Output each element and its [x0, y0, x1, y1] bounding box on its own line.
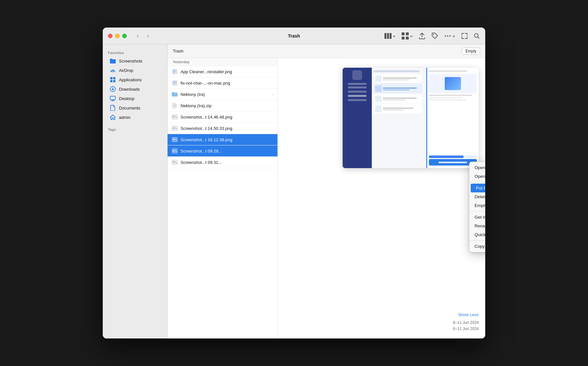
svg-rect-22 [173, 72, 175, 73]
preview-image-container [343, 68, 479, 171]
file-name: Screenshot...t 14.46.48.png [181, 115, 232, 120]
file-icon [171, 68, 178, 75]
preview-thumbnail [343, 68, 479, 168]
date-group-header: Yesterday [168, 58, 277, 66]
finder-window: ‹ › Trash [103, 28, 485, 338]
airdrop-icon [110, 67, 116, 73]
sidebar-item-screenshots[interactable]: Screenshots [105, 56, 165, 65]
desktop-icon [110, 96, 116, 101]
file-icon [171, 80, 178, 86]
file-item-app-cleaner[interactable]: App Cleaner...ninstaller.png [168, 66, 277, 77]
svg-rect-13 [110, 77, 112, 79]
content-title: Trash [173, 49, 462, 53]
forward-button[interactable]: › [144, 31, 153, 40]
admin-label: admin [119, 115, 130, 120]
file-item-nektony-ira[interactable]: Nektony (Ira) › [168, 89, 277, 100]
grid-view-icon[interactable] [402, 32, 413, 40]
svg-rect-5 [402, 37, 405, 40]
file-list: Yesterday App Cleaner...ninstaller.png [168, 58, 278, 338]
svg-point-8 [445, 35, 446, 37]
image-icon [171, 136, 178, 143]
context-menu-put-back[interactable]: Put Back [471, 184, 485, 192]
svg-rect-4 [406, 32, 409, 35]
sidebar-item-documents[interactable]: Documents [105, 103, 165, 112]
file-name: Screenshot...t 09.29... [181, 149, 222, 154]
empty-trash-button[interactable]: Empty [462, 48, 480, 55]
svg-rect-20 [173, 70, 176, 71]
sidebar-item-airdrop[interactable]: AirDrop [105, 66, 165, 75]
file-item-screenshot-1450[interactable]: Screenshot...t 14.50.33.png [168, 123, 277, 134]
context-menu-get-info[interactable]: Get Info [469, 213, 485, 222]
file-item-screenshot-1446[interactable]: Screenshot...t 14.46.48.png [168, 111, 277, 123]
file-item-fix-not-char[interactable]: fix-not-char-...-on-mac.png [168, 77, 277, 89]
svg-rect-0 [384, 33, 386, 39]
main-container: Favorites Screenshots AirDrop [103, 44, 485, 338]
sidebar-item-applications[interactable]: Applications [105, 75, 165, 84]
file-item-screenshot-0929[interactable]: Screenshot...t 09.29... [168, 145, 277, 157]
applications-icon [110, 77, 116, 83]
columns-view-icon[interactable] [384, 33, 396, 39]
toolbar-actions [384, 32, 480, 40]
file-name: Screenshot...t 14.50.33.png [181, 126, 232, 131]
show-less-button[interactable]: Show Less [453, 312, 479, 317]
tag-icon[interactable] [431, 32, 438, 40]
svg-point-9 [447, 35, 448, 37]
titlebar: ‹ › Trash [103, 28, 485, 44]
image-icon [171, 114, 178, 120]
date-info-1: 6–11 Jun 2024 [453, 320, 479, 326]
sidebar-item-admin[interactable]: admin [105, 113, 165, 122]
documents-label: Documents [119, 106, 140, 110]
close-button[interactable] [108, 34, 112, 38]
fullscreen-button[interactable] [122, 34, 127, 38]
preview-info: Show Less 6–11 Jun 2024 6–11 Jun 2024 [453, 312, 479, 332]
content-header: Trash Empty [168, 44, 485, 58]
context-menu-empty-trash[interactable]: Empty Trash [469, 201, 485, 210]
screenshots-label: Screenshots [119, 59, 142, 63]
image-icon [171, 148, 178, 154]
context-menu-quick-look[interactable]: Quick Look [469, 230, 485, 239]
file-item-screenshot-0931[interactable]: Screenshot...t 09.31... [168, 157, 277, 168]
svg-rect-28 [174, 106, 175, 106]
svg-rect-27 [174, 105, 175, 106]
airdrop-label: AirDrop [119, 68, 133, 73]
svg-point-33 [173, 127, 174, 128]
chevron-right-icon: › [272, 92, 274, 96]
context-menu-open-with[interactable]: Open With › [469, 172, 485, 181]
svg-rect-2 [390, 33, 392, 39]
context-menu-delete-immediately[interactable]: Delete Immediately... [469, 192, 485, 201]
svg-rect-3 [402, 32, 405, 35]
separator-3 [469, 240, 485, 241]
svg-rect-25 [173, 83, 176, 83]
more-actions-icon[interactable] [444, 32, 455, 40]
minimize-button[interactable] [115, 34, 120, 38]
context-menu-open[interactable]: Open [469, 163, 485, 172]
favorites-label: Favorites [103, 48, 167, 56]
svg-rect-15 [110, 80, 112, 82]
svg-rect-29 [174, 106, 175, 107]
svg-rect-14 [113, 77, 115, 79]
content-area: Trash Empty Yesterday [168, 44, 485, 338]
folder-icon [171, 91, 178, 97]
search-icon[interactable] [474, 33, 480, 39]
file-item-screenshot-1612[interactable]: Screenshot...t 16.12.38.png [168, 134, 277, 145]
file-item-nektony-zip[interactable]: Nektony (Ira).zip [168, 100, 277, 111]
date-info-2: 6–11 Jun 2024 [453, 326, 479, 332]
sidebar-item-desktop[interactable]: Desktop [105, 94, 165, 103]
file-name: fix-not-char-...-on-mac.png [181, 81, 230, 86]
svg-point-7 [433, 34, 434, 35]
downloads-icon [110, 86, 116, 92]
file-name: Nektony (Ira) [181, 92, 205, 97]
file-name: Screenshot...t 16.12.38.png [181, 137, 232, 142]
back-button[interactable]: ‹ [133, 31, 142, 40]
sidebar-item-downloads[interactable]: Downloads [105, 85, 165, 94]
expand-icon[interactable] [461, 33, 468, 39]
svg-rect-24 [173, 82, 176, 82]
svg-point-10 [449, 35, 451, 37]
share-icon[interactable] [419, 32, 425, 40]
context-menu-copy[interactable]: Copy [469, 242, 485, 251]
context-menu-rename-2-items[interactable]: Rename 2 Items... [469, 222, 485, 230]
file-name: Screenshot...t 09.31... [181, 160, 222, 165]
svg-rect-18 [110, 96, 115, 100]
context-menu: Open Open With › Put Back Delete Immedia… [469, 162, 485, 252]
window-title: Trash [288, 33, 300, 39]
